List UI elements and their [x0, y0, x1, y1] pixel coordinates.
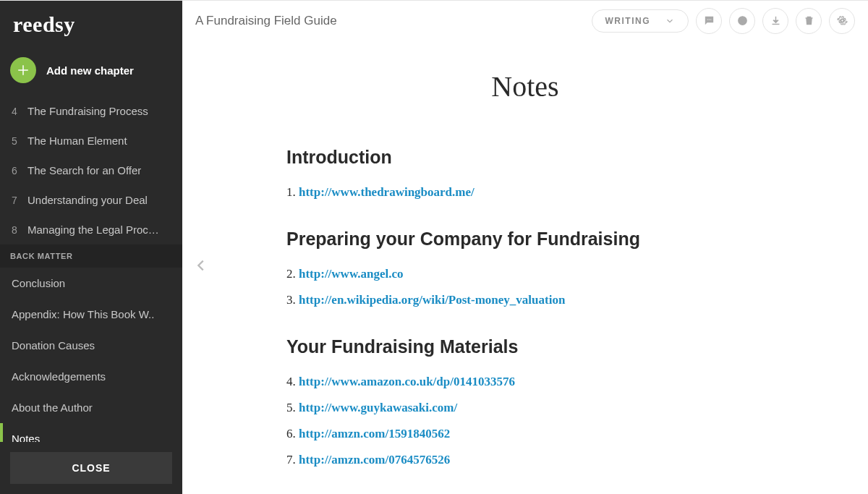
mode-dropdown[interactable]: WRITING [592, 9, 689, 33]
chapter-number: 5 [12, 135, 27, 147]
note-line: 5. http://www.guykawasaki.com/ [286, 401, 764, 415]
note-link[interactable]: http://amzn.com/0764576526 [299, 453, 450, 467]
history-button[interactable] [729, 8, 755, 34]
section-heading: Preparing your Company for Fundraising [286, 229, 764, 250]
topbar: A Fundraising Field Guide WRITING [182, 1, 868, 41]
add-chapter-button[interactable] [10, 57, 36, 83]
mode-label: WRITING [605, 16, 651, 26]
delete-button[interactable] [796, 8, 822, 34]
note-line: 4. http://www.amazon.co.uk/dp/0141033576 [286, 375, 764, 389]
document[interactable]: Notes Introduction 1. http://www.thedraw… [272, 41, 778, 467]
note-link[interactable]: http://amzn.com/1591840562 [299, 427, 450, 440]
sidebar-item-appendix[interactable]: Appendix: How This Book W.. [0, 299, 182, 330]
sidebar-item-chapter[interactable]: 8 Managing the Legal Proc… [0, 215, 182, 244]
gear-icon [836, 14, 848, 27]
sidebar-item-donation[interactable]: Donation Causes [0, 330, 182, 361]
brand-logo: reedsy [13, 12, 75, 36]
note-line: 7. http://amzn.com/0764576526 [286, 453, 764, 467]
chapter-number: 4 [12, 106, 27, 117]
note-link[interactable]: http://www.thedrawingboard.me/ [299, 185, 475, 199]
sidebar-item-acknowledgements[interactable]: Acknowledgements [0, 361, 182, 392]
sidebar: reedsy Add new chapter 4 The Fundraising… [0, 1, 182, 494]
chat-button[interactable] [696, 8, 722, 34]
chapter-number: 7 [12, 195, 27, 206]
settings-button[interactable] [829, 8, 855, 34]
back-matter-list: Conclusion Appendix: How This Book W.. D… [0, 268, 182, 442]
add-chapter-row[interactable]: Add new chapter [0, 51, 182, 96]
add-chapter-label: Add new chapter [46, 64, 134, 77]
trash-icon [803, 14, 815, 27]
note-link[interactable]: http://en.wikipedia.org/wiki/Post-money_… [299, 293, 565, 307]
chat-icon [703, 14, 715, 27]
sidebar-item-chapter[interactable]: 6 The Search for an Offer [0, 156, 182, 185]
note-link[interactable]: http://www.angel.co [299, 267, 404, 281]
chapter-title: The Fundraising Process [27, 105, 148, 117]
sidebar-item-chapter[interactable]: 4 The Fundraising Process [0, 96, 182, 126]
sidebar-item-chapter[interactable]: 7 Understanding your Deal [0, 185, 182, 215]
note-number: 5. [286, 401, 296, 414]
note-number: 2. [286, 267, 296, 281]
note-line: 3. http://en.wikipedia.org/wiki/Post-mon… [286, 293, 764, 307]
chapter-number: 6 [12, 165, 27, 176]
previous-page-button[interactable] [193, 257, 209, 276]
chevron-down-icon [665, 16, 675, 26]
note-line: 6. http://amzn.com/1591840562 [286, 427, 764, 441]
note-number: 1. [286, 185, 296, 199]
download-icon [770, 14, 782, 27]
chapter-title: The Human Element [27, 135, 127, 147]
sidebar-item-about-author[interactable]: About the Author [0, 392, 182, 423]
download-button[interactable] [762, 8, 788, 34]
svg-point-0 [707, 19, 708, 20]
note-link[interactable]: http://www.amazon.co.uk/dp/0141033576 [299, 375, 515, 388]
main-area: A Fundraising Field Guide WRITING Notes … [182, 1, 868, 494]
note-number: 3. [286, 293, 296, 307]
sidebar-item-chapter[interactable]: 5 The Human Element [0, 126, 182, 156]
chapter-title: The Search for an Offer [27, 164, 141, 176]
page-title: Notes [286, 69, 764, 103]
back-matter-label: BACK MATTER [0, 244, 182, 268]
close-button[interactable]: CLOSE [10, 452, 172, 484]
note-line: 2. http://www.angel.co [286, 267, 764, 281]
note-number: 7. [286, 453, 296, 467]
note-number: 6. [286, 427, 296, 440]
sidebar-item-notes[interactable]: Notes [0, 423, 182, 442]
chevron-left-icon [193, 257, 209, 273]
content-area: Notes Introduction 1. http://www.thedraw… [182, 41, 868, 494]
note-number: 4. [286, 375, 296, 388]
section-heading: Your Fundraising Materials [286, 336, 764, 357]
chapter-list: 4 The Fundraising Process 5 The Human El… [0, 96, 182, 244]
chapter-title: Managing the Legal Proc… [27, 223, 159, 236]
brand: reedsy [0, 1, 182, 51]
note-link[interactable]: http://www.guykawasaki.com/ [299, 401, 457, 414]
book-title: A Fundraising Field Guide [195, 14, 337, 28]
svg-point-2 [710, 19, 711, 20]
plus-icon [17, 64, 30, 77]
note-line: 1. http://www.thedrawingboard.me/ [286, 185, 764, 200]
clock-icon [736, 14, 749, 27]
chapter-number: 8 [12, 224, 27, 236]
sidebar-item-conclusion[interactable]: Conclusion [0, 268, 182, 299]
section-heading: Introduction [286, 147, 764, 168]
svg-point-1 [708, 19, 710, 20]
chapter-title: Understanding your Deal [27, 194, 148, 206]
